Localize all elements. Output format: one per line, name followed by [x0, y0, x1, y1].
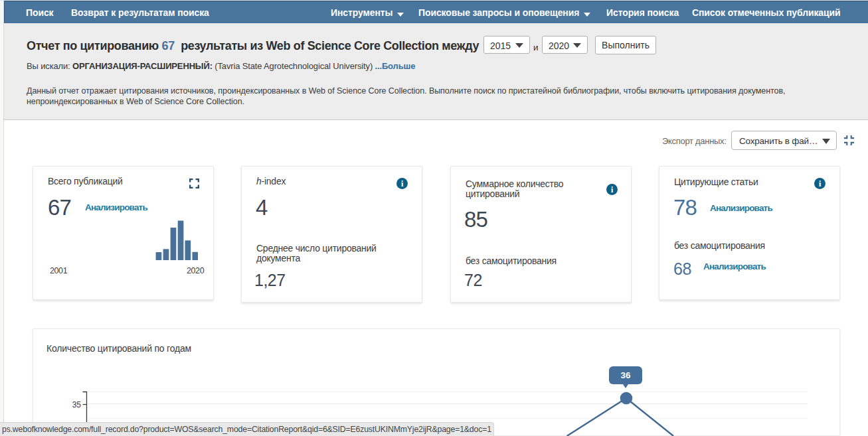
svg-text:35: 35 [72, 400, 82, 409]
svg-text:i: i [401, 179, 404, 188]
svg-text:i: i [611, 184, 614, 194]
svg-text:i: i [819, 179, 822, 188]
